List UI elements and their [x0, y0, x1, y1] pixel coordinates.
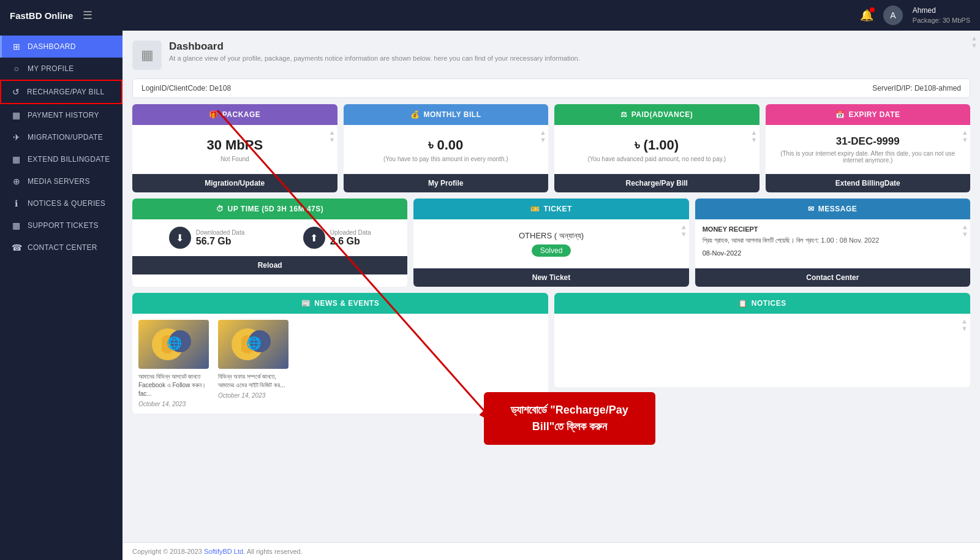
server-id: ServerID/IP: De108-ahmed [872, 84, 961, 93]
ticket-body: ▲▼ OTHERS ( অন্যান্য) Solved [413, 219, 688, 268]
download-info: Downloaded Data 56.7 Gb [196, 229, 245, 247]
scroll-arrow: ▲▼ [751, 129, 758, 143]
sidebar-item-recharge-pay-bill[interactable]: ↺ Recharge/Pay Bill [0, 80, 123, 104]
message-body: ▲▼ MONEY RECIEPT প্রিয় গ্রাহক, আমরা আপন… [695, 219, 970, 268]
monthly-bill-value: ৳ 0.00 [428, 137, 463, 153]
ticket-header: 🎫 TICKET [413, 199, 688, 219]
message-card: ✉ MESSAGE ▲▼ MONEY RECIEPT প্রিয় গ্রাহক… [695, 199, 970, 287]
monthly-bill-card: 💰 MONTHLY BILL ▲▼ ৳ 0.00 (You have to pa… [344, 104, 549, 192]
package-sub: Not Found [221, 156, 249, 162]
package-card-header: 🎁 PACKAGE [132, 104, 337, 125]
layout: ⊞ Dashboard ○ My Profile ↺ Recharge/Pay … [0, 31, 980, 560]
download-item: ⬇ Downloaded Data 56.7 Gb [169, 227, 245, 249]
notification-dot [870, 7, 875, 12]
sidebar-item-notices-queries[interactable]: ℹ Notices & Queries [0, 192, 123, 214]
sidebar-item-media-servers[interactable]: ⊕ Media Servers [0, 170, 123, 192]
notices-icon: 📋 [738, 299, 748, 308]
ticket-status: Solved [532, 244, 571, 257]
monthly-bill-footer[interactable]: My Profile [344, 174, 549, 192]
top-cards-grid: 🎁 PACKAGE ▲▼ 30 MbPS Not Found Migration… [132, 104, 970, 192]
paid-icon: ⚖ [620, 110, 628, 119]
billing-icon: ▦ [12, 154, 21, 164]
avatar: A [883, 6, 903, 25]
scroll-arrow: ▲▼ [962, 129, 968, 143]
scroll-arrow: ▲▼ [962, 223, 968, 238]
user-name: Ahmed [913, 6, 970, 16]
expiry-date-sub: (This is your internet expiry date. Afte… [773, 150, 963, 164]
uptime-header: ⏱ UP TIME (5D 3H 16M 47S) [132, 199, 407, 219]
notification-bell[interactable]: 🔔 [860, 9, 873, 22]
sidebar-item-dashboard[interactable]: ⊞ Dashboard [0, 36, 123, 58]
contact-icon: ☎ [12, 243, 21, 252]
upload-icon: ⬆ [303, 227, 325, 249]
uptime-body: ▲▼ ⬇ Downloaded Data 56.7 Gb ⬆ Uploaded [132, 219, 407, 256]
expiry-date-value: 31-DEC-9999 [836, 135, 900, 148]
ticket-type: OTHERS ( অন্যান্য) [519, 231, 584, 241]
bill-icon: 💰 [410, 110, 420, 119]
news-thumb-1: 🌐 [138, 320, 209, 369]
ticket-footer[interactable]: New Ticket [413, 268, 688, 287]
brand-name: FastBD Online [10, 10, 73, 21]
main-content: ▦ Dashboard At a glance view of your pro… [123, 31, 980, 542]
notices-body: ▲▼ [554, 314, 970, 387]
footer-link[interactable]: SoftifyBD Ltd. [204, 548, 245, 555]
sidebar-item-support-tickets[interactable]: ▦ Support Tickets [0, 214, 123, 236]
page-header: ▦ Dashboard At a glance view of your pro… [132, 40, 970, 70]
scroll-arrow: ▲▼ [961, 317, 968, 332]
upload-item: ⬆ Uploaded Data 2.6 Gb [303, 227, 371, 249]
sidebar-item-payment-history[interactable]: ▦ Payment History [0, 104, 123, 126]
message-header: ✉ MESSAGE [695, 199, 970, 219]
page-description: At a glance view of your profile, packag… [169, 55, 580, 62]
message-footer[interactable]: Contact Center [695, 268, 970, 287]
bottom-cards-grid: 📰 NEWS & EVENTS 🌐 [132, 293, 970, 414]
msg-title: MONEY RECIEPT [703, 225, 963, 233]
ticket-icon: 🎫 [530, 205, 540, 213]
msg-date: 08-Nov-2022 [703, 249, 963, 257]
sidebar-item-label: Recharge/Pay Bill [27, 88, 104, 96]
svg-text:🌐: 🌐 [166, 336, 181, 350]
footer: Copyright © 2018-2023 SoftifyBD Ltd. All… [123, 542, 980, 560]
sidebar-item-label: Notices & Queries [28, 199, 105, 208]
scroll-arrow: ▲▼ [680, 223, 687, 238]
expiry-date-header: 📅 EXPIRY DATE [766, 104, 971, 125]
page-title: Dashboard [169, 40, 580, 53]
media-icon: ⊕ [12, 176, 21, 186]
monthly-bill-sub: (You have to pay this amount in every mo… [383, 156, 508, 162]
sidebar-item-contact-center[interactable]: ☎ Contact Center [0, 236, 123, 259]
topbar-left: FastBD Online ☰ [10, 9, 92, 22]
notices-header: 📋 NOTICES [554, 293, 970, 314]
uptime-card: ⏱ UP TIME (5D 3H 16M 47S) ▲▼ ⬇ Downloade… [132, 199, 407, 287]
uptime-icon: ⏱ [216, 205, 224, 213]
info-bar: LoginID/ClientCode: De108 ServerID/IP: D… [132, 78, 970, 98]
page-header-text: Dashboard At a glance view of your profi… [169, 40, 580, 62]
paid-advance-header: ⚖ PAID(ADVANCE) [554, 104, 760, 125]
paid-advance-footer[interactable]: Recharge/Pay Bill [554, 174, 760, 192]
msg-text: প্রিয় গ্রাহক, আমরা আপনার বিলটি পেয়েছি।… [703, 235, 963, 246]
uptime-footer[interactable]: Reload [132, 256, 407, 274]
expiry-icon: 📅 [835, 110, 845, 119]
package-value: 30 MbPS [206, 137, 263, 153]
expiry-date-card: 📅 EXPIRY DATE ▲▼ 31-DEC-9999 (This is yo… [766, 104, 971, 192]
paid-advance-value: ৳ (1.00) [635, 137, 679, 153]
sidebar-item-extend-billingdate[interactable]: ▦ Extend BillingDate [0, 148, 123, 170]
package-footer[interactable]: Migration/Update [132, 174, 337, 192]
ticket-card: 🎫 TICKET ▲▼ OTHERS ( অন্যান্য) Solved Ne… [413, 199, 688, 287]
news-item-1: 🌐 আমাদের বিভিন্ন আপডেট জানতে Facebook এ … [138, 320, 212, 407]
monthly-bill-body: ▲▼ ৳ 0.00 (You have to pay this amount i… [344, 125, 549, 174]
user-package: Package: 30 MbPS [913, 16, 970, 25]
sidebar-item-label: Extend BillingDate [28, 155, 110, 164]
sidebar-item-label: Contact Center [28, 243, 97, 252]
sidebar-item-my-profile[interactable]: ○ My Profile [0, 58, 123, 80]
expiry-date-footer[interactable]: Extend BillingDate [766, 174, 971, 192]
sidebar-item-label: Support Tickets [28, 221, 99, 230]
news-item-2: 🌐 বিভিন্ন অফার সম্পর্কে জানতে, আমাদের এম… [218, 320, 292, 407]
download-icon: ⬇ [169, 227, 191, 249]
news-card: 📰 NEWS & EVENTS 🌐 [132, 293, 548, 414]
news-thumb-2: 🌐 [218, 320, 288, 369]
hamburger-icon[interactable]: ☰ [83, 9, 92, 22]
page-header-icon: ▦ [132, 40, 162, 70]
scroll-arrow: ▲▼ [329, 129, 336, 143]
topbar: FastBD Online ☰ 🔔 A Ahmed Package: 30 Mb… [0, 0, 980, 31]
news-items: 🌐 আমাদের বিভিন্ন আপডেট জানতে Facebook এ … [138, 320, 542, 407]
sidebar-item-migration-update[interactable]: ✈ Migration/Update [0, 126, 123, 148]
